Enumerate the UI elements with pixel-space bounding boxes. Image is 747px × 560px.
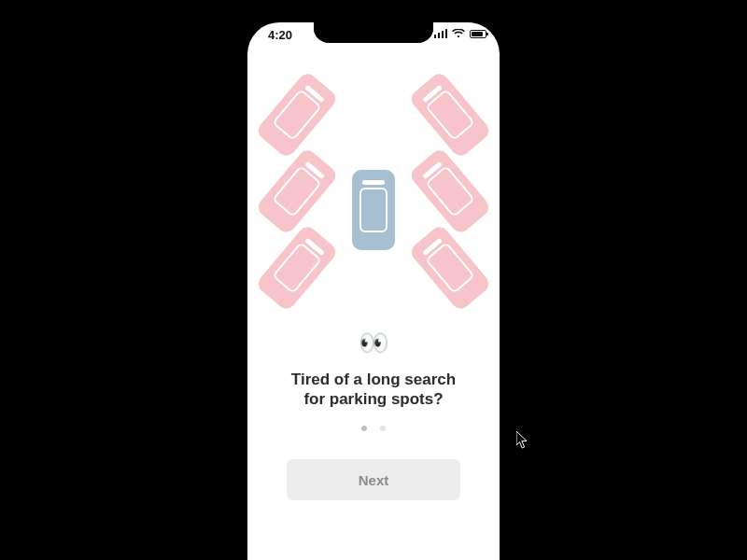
cellular-icon xyxy=(434,29,448,38)
status-time: 4:20 xyxy=(268,28,292,42)
car-pink xyxy=(408,147,493,235)
parking-illustration xyxy=(247,67,500,291)
car-pink xyxy=(255,147,340,235)
eyes-emoji-icon: 👀 xyxy=(247,330,500,355)
car-pink xyxy=(255,223,340,312)
battery-icon xyxy=(470,30,486,38)
next-button-label: Next xyxy=(359,472,389,488)
car-pink xyxy=(408,70,493,159)
headline-line: Tired of a long search xyxy=(291,371,456,388)
onboarding-headline: Tired of a long search for parking spots… xyxy=(270,370,477,410)
car-blue xyxy=(352,170,395,250)
car-pink xyxy=(408,223,493,312)
page-indicator[interactable] xyxy=(247,426,500,431)
wifi-icon xyxy=(452,29,465,38)
page-dot[interactable] xyxy=(380,426,386,431)
phone-frame: 4:20 👀 Tired of a long search for parkin… xyxy=(247,22,500,560)
mouse-cursor-icon xyxy=(516,431,529,453)
notch xyxy=(314,22,433,43)
page-dot-active[interactable] xyxy=(361,426,367,431)
next-button[interactable]: Next xyxy=(287,459,460,500)
headline-line: for parking spots? xyxy=(303,390,443,408)
car-pink xyxy=(255,70,340,159)
